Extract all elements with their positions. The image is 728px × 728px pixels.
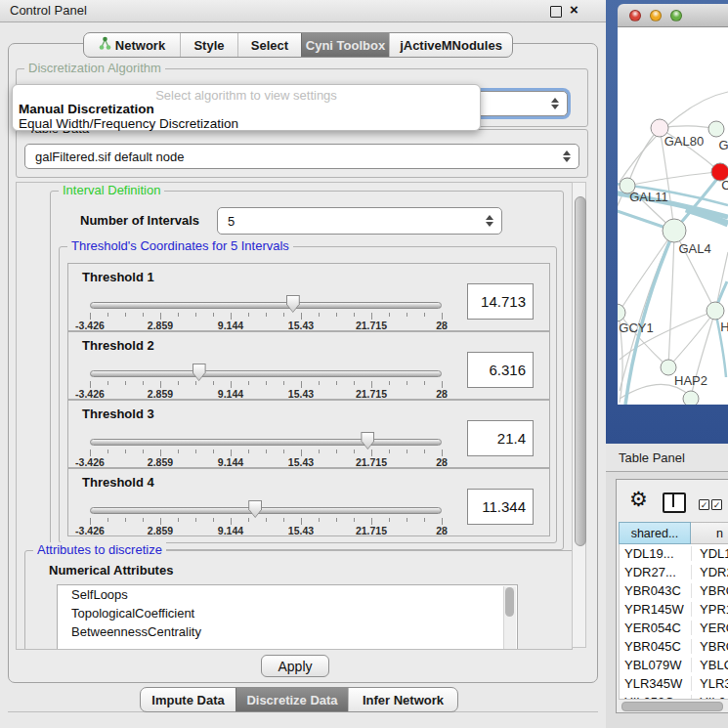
threshold-value-field[interactable]: 21.4 <box>467 420 534 456</box>
zoom-window-icon[interactable] <box>670 10 682 21</box>
tab-select[interactable]: Select <box>237 33 301 57</box>
list-item[interactable]: BetweennessCentrality <box>58 622 517 641</box>
slider-track[interactable] <box>90 507 442 514</box>
attributes-list-scrollbar[interactable] <box>503 586 516 650</box>
attributes-group: Attributes to discretize Numerical Attri… <box>24 550 573 650</box>
tab-discretize-data[interactable]: Discretize Data <box>236 688 348 711</box>
slider-thumb[interactable] <box>193 364 206 381</box>
number-of-intervals-spinner[interactable]: 5 <box>217 207 502 235</box>
slider-scale-labels: -3.4262.8599.14415.4321.71528 <box>90 456 443 468</box>
cell: YER054C <box>620 621 691 635</box>
algorithm-option[interactable]: Manual Discretization <box>19 102 154 116</box>
cell: YPR145W <box>620 602 691 617</box>
table-row[interactable]: YER054CYERO <box>620 619 728 637</box>
threshold-panel: Threshold 2-3.4262.8599.14415.4321.71528… <box>67 331 550 400</box>
table-hscrollbar-thumb[interactable] <box>621 702 723 711</box>
slider-ticks <box>90 381 443 388</box>
table-horizontal-scrollbar[interactable] <box>619 699 728 711</box>
tab-jactivemnodules[interactable]: jActiveMNodules <box>389 33 512 57</box>
attributes-group-title: Attributes to discretize <box>33 542 166 557</box>
network-node-label: GAL4 <box>678 241 710 256</box>
slider-ticks <box>90 518 443 525</box>
split-view-icon[interactable] <box>663 492 686 513</box>
threshold-value-field[interactable]: 11.344 <box>467 489 534 525</box>
minimize-window-icon[interactable] <box>650 10 662 21</box>
cell: YBL079W <box>620 658 691 672</box>
combo-arrows-icon <box>563 150 571 162</box>
apply-button[interactable]: Apply <box>261 655 329 677</box>
network-node[interactable] <box>618 304 625 321</box>
table-data-group: Table Data galFiltered.sif default node <box>16 129 588 178</box>
control-panel: Control Panel × NetworkStyleSelectCyni T… <box>0 0 606 728</box>
network-window: GAL80GACGAL11GAL4GCY1HHAP2 <box>618 4 728 405</box>
column-checkbox-icon[interactable]: ✓ <box>711 499 722 510</box>
threshold-panel: Threshold 4-3.4262.8599.14415.4321.71528… <box>67 468 550 536</box>
right-pane: GAL80GACGAL11GAL4GCY1HHAP2 Table Panel ⚙… <box>606 0 728 728</box>
discretization-algorithm-group-title: Discretization Algorithm <box>24 61 165 75</box>
table-panel-titlebar: Table Panel <box>606 444 728 472</box>
slider-scale-labels: -3.4262.8599.14415.4321.71528 <box>90 320 443 331</box>
tab-impute-data[interactable]: Impute Data <box>141 688 236 711</box>
threshold-value-field[interactable]: 6.316 <box>467 352 534 388</box>
numerical-attributes-list[interactable]: SelfLoopsTopologicalCoefficientBetweenne… <box>57 584 518 650</box>
cell: YLR3 <box>691 676 728 691</box>
slider-thumb[interactable] <box>361 432 374 450</box>
table-column-header[interactable]: n <box>691 522 728 544</box>
top-tab-bar: NetworkStyleSelectCyni ToolboxjActiveMNo… <box>83 32 513 58</box>
tab-cyni-toolbox[interactable]: Cyni Toolbox <box>301 33 389 57</box>
table-row[interactable]: YPR145WYPR1 <box>620 600 728 619</box>
thresholds-group: Threshold's Coordinates for 5 Intervals … <box>59 246 557 543</box>
list-item[interactable]: TopologicalCoefficient <box>58 604 517 622</box>
table-row[interactable]: YBL079WYBLO <box>620 656 728 674</box>
cell: YBR043C <box>620 583 691 598</box>
cell: YBLO <box>691 658 728 672</box>
tab-network[interactable]: Network <box>84 33 180 57</box>
network-node[interactable] <box>663 219 686 242</box>
threshold-value-field[interactable]: 14.713 <box>467 283 534 320</box>
table-row[interactable]: YBR043CYBRO <box>620 581 728 600</box>
slider-track[interactable] <box>90 302 442 309</box>
table-data-combobox[interactable]: galFiltered.sif default node <box>24 144 579 169</box>
bottom-tab-bar: Impute DataDiscretize DataInfer Network <box>140 687 458 712</box>
network-node[interactable] <box>708 121 724 137</box>
network-node-label: GCY1 <box>619 321 653 335</box>
slider-track[interactable] <box>90 439 442 446</box>
number-of-intervals-value: 5 <box>228 214 235 229</box>
cell: YDL1 <box>691 546 728 561</box>
slider-ticks <box>90 313 443 320</box>
algorithm-option[interactable]: Equal Width/Frequency Discretization <box>19 116 238 131</box>
column-checkbox-icon[interactable]: ✓ <box>699 499 709 510</box>
settings-scrollbar-thumb[interactable] <box>575 196 586 546</box>
network-node-label: HAP2 <box>674 373 707 388</box>
list-item[interactable]: SelfLoops <box>58 585 517 604</box>
tab-infer-network[interactable]: Infer Network <box>348 688 457 711</box>
number-of-intervals-label: Number of Intervals <box>80 213 199 228</box>
slider-ticks <box>90 450 443 456</box>
cell: YPR1 <box>691 602 728 617</box>
tab-style[interactable]: Style <box>180 33 237 57</box>
table-row[interactable]: YBR045CYBRO <box>620 637 728 656</box>
numerical-attributes-label: Numerical Attributes <box>49 563 173 578</box>
close-panel-icon[interactable]: × <box>570 1 578 18</box>
table-column-header[interactable]: shared... <box>619 522 691 544</box>
float-panel-icon[interactable] <box>550 6 562 18</box>
network-node[interactable] <box>683 391 699 405</box>
algorithm-dropdown-popup: Select algorithm to view settings Manual… <box>12 84 481 131</box>
interval-definition-title: Interval Definition <box>59 183 164 197</box>
settings-scrollbar[interactable] <box>572 182 586 648</box>
slider-track[interactable] <box>90 370 442 377</box>
cell: YBRO <box>691 583 728 598</box>
network-node[interactable] <box>707 302 724 320</box>
table-row[interactable]: YDR27...YDR2 <box>620 563 728 581</box>
cell: YDR27... <box>620 565 691 579</box>
close-window-icon[interactable] <box>629 10 641 21</box>
slider-thumb[interactable] <box>248 500 262 518</box>
table-row[interactable]: YLR345WYLR3 <box>620 674 728 693</box>
network-canvas[interactable]: GAL80GACGAL11GAL4GCY1HHAP2 <box>618 27 728 405</box>
table-row[interactable]: YDL19...YDL1 <box>620 544 728 563</box>
network-node-label: GAL11 <box>629 190 668 204</box>
table-settings-gear-icon[interactable]: ⚙ <box>629 490 648 509</box>
network-window-titlebar <box>618 4 728 27</box>
control-panel-titlebar: Control Panel × <box>0 0 606 22</box>
slider-thumb[interactable] <box>286 295 300 313</box>
